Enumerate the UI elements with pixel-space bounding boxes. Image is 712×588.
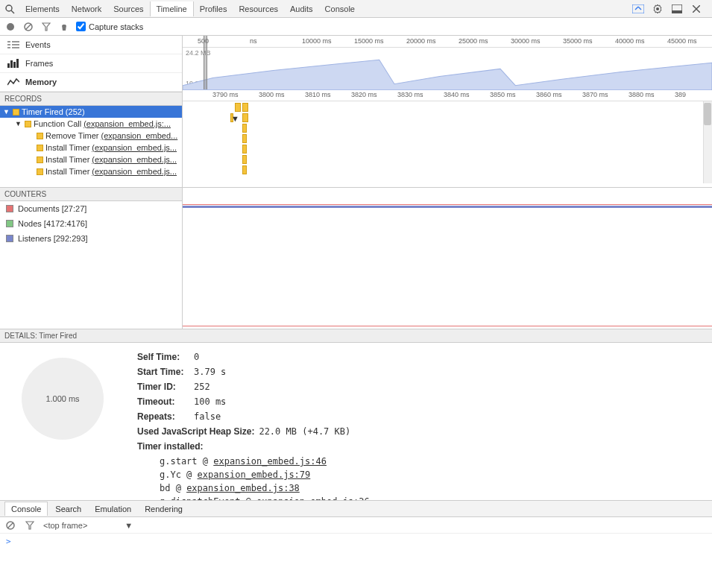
- svg-line-12: [25, 24, 31, 30]
- record-source-link[interactable]: (expansion_embed.js...: [92, 143, 177, 152]
- clear-console-icon[interactable]: [4, 519, 16, 531]
- record-source-link[interactable]: (expansion_embed.js:...: [84, 119, 171, 128]
- record-row[interactable]: Install Timer (expansion_embed.js...: [0, 142, 182, 154]
- record-row[interactable]: Install Timer (expansion_embed.js...: [0, 165, 182, 177]
- devtools-toolbar: ElementsNetworkSourcesTimelineProfilesRe…: [0, 0, 712, 18]
- detail-property: Used JavaScript Heap Size:22.0 MB (+4.7 …: [137, 425, 702, 438]
- stack-source-link[interactable]: expansion_embed.js:46: [213, 456, 327, 467]
- memory-overview-chart[interactable]: 24.2 MB 19.0 MB: [183, 48, 712, 89]
- panel-tabs: ElementsNetworkSourcesTimelineProfilesRe…: [19, 1, 631, 16]
- overview-tick: 30000 ms: [511, 37, 541, 45]
- record-row[interactable]: ▼Function Call (expansion_embed.js:...: [0, 118, 182, 130]
- console-filter-icon[interactable]: [24, 519, 36, 531]
- counter-item[interactable]: Nodes [4172:4176]: [0, 216, 182, 231]
- flame-bar[interactable]: [242, 113, 248, 122]
- flame-tick: 3800 ms: [259, 91, 285, 98]
- settings-icon[interactable]: [651, 2, 664, 16]
- counters-chart[interactable]: [183, 188, 712, 329]
- panel-tab-audits[interactable]: Audits: [284, 1, 319, 16]
- view-mode-events[interactable]: Events: [0, 36, 182, 54]
- gc-icon[interactable]: [58, 21, 70, 33]
- record-source-link[interactable]: (expansion_embed.js...: [92, 167, 177, 176]
- record-row[interactable]: Remove Timer (expansion_embed...: [0, 130, 182, 142]
- stack-frame: g.Yc @ expansion_embed.js:79: [137, 468, 702, 481]
- view-mode-frames[interactable]: Frames: [0, 54, 182, 73]
- panel-tab-elements[interactable]: Elements: [19, 1, 66, 16]
- search-icon[interactable]: [3, 2, 16, 16]
- record-icon[interactable]: [4, 21, 16, 33]
- flame-tick: 3830 ms: [397, 91, 423, 98]
- detail-property: Self Time:0: [137, 350, 702, 364]
- flame-tick: 3840 ms: [444, 91, 470, 98]
- panel-tab-timeline[interactable]: Timeline: [150, 1, 194, 16]
- record-row[interactable]: Install Timer (expansion_embed.js...: [0, 154, 182, 165]
- clear-icon[interactable]: [22, 21, 34, 33]
- counters-header: COUNTERS: [0, 188, 182, 201]
- records-tree: ▼Timer Fired (252)▼Function Call (expans…: [0, 106, 182, 187]
- flame-time-ruler[interactable]: 3790 ms3800 ms3810 ms3820 ms3830 ms3840 …: [183, 89, 712, 101]
- records-header: RECORDS: [0, 92, 182, 106]
- flame-tick: 3820 ms: [351, 91, 377, 98]
- stack-source-link[interactable]: expansion_embed.js:36: [256, 496, 370, 500]
- panel-tab-sources[interactable]: Sources: [107, 1, 149, 16]
- flame-bar[interactable]: [242, 145, 247, 154]
- view-mode-memory[interactable]: Memory: [0, 73, 182, 92]
- panel-tab-console[interactable]: Console: [319, 1, 361, 16]
- counter-item[interactable]: Listeners [292:293]: [0, 231, 182, 246]
- flame-tick: 3850 ms: [490, 91, 516, 98]
- flame-tick: 3860 ms: [536, 91, 562, 98]
- flame-scrollbar[interactable]: [703, 101, 712, 183]
- details-header: DETAILS: Timer Fired: [0, 329, 712, 343]
- filter-icon[interactable]: [40, 21, 52, 33]
- console-prompt[interactable]: >: [0, 534, 712, 549]
- flame-bar[interactable]: [242, 124, 247, 133]
- drawer-tab-console[interactable]: Console: [4, 502, 48, 516]
- counter-swatch: [6, 205, 13, 212]
- capture-stacks-checkbox[interactable]: Capture stacks: [76, 22, 143, 31]
- record-source-link[interactable]: (expansion_embed...: [101, 131, 178, 140]
- counter-item[interactable]: Documents [27:27]: [0, 201, 182, 216]
- record-swatch: [13, 109, 19, 116]
- drawer-tabs: ConsoleSearchEmulationRendering: [0, 501, 712, 517]
- capture-stacks-input[interactable]: [76, 22, 86, 31]
- flame-tick: 3790 ms: [212, 91, 239, 98]
- dock-icon[interactable]: [670, 2, 684, 16]
- flame-bar[interactable]: [242, 134, 247, 143]
- counter-line-documents-2: [183, 326, 712, 326]
- close-icon[interactable]: [690, 2, 703, 16]
- panel-tab-network[interactable]: Network: [66, 1, 107, 16]
- flame-chart[interactable]: ▼: [183, 101, 712, 183]
- overview-selection[interactable]: [204, 36, 207, 89]
- record-row[interactable]: ▼Timer Fired (252): [0, 106, 182, 118]
- flame-bar[interactable]: [235, 103, 241, 112]
- record-source-link[interactable]: (expansion_embed.js...: [92, 155, 177, 164]
- svg-line-1: [11, 10, 14, 13]
- stack-frame: g.start @ expansion_embed.js:46: [137, 455, 702, 468]
- flame-bar[interactable]: [242, 155, 247, 164]
- svg-point-0: [6, 5, 12, 11]
- frames-icon: [7, 59, 19, 68]
- panel-tab-resources[interactable]: Resources: [233, 1, 284, 16]
- stack-header: Timer installed:: [137, 440, 203, 453]
- drawer-tab-emulation[interactable]: Emulation: [89, 502, 137, 516]
- detail-property: Timer ID:252: [137, 380, 702, 393]
- svg-point-10: [7, 23, 14, 31]
- frame-selector[interactable]: <top frame> ▼: [43, 521, 133, 530]
- flame-bar[interactable]: [242, 103, 248, 112]
- drawer-tab-search[interactable]: Search: [49, 502, 87, 516]
- overview-time-ruler[interactable]: 500ns10000 ms15000 ms20000 ms25000 ms300…: [183, 36, 712, 48]
- flame-tick: 3880 ms: [628, 91, 655, 98]
- flame-bar[interactable]: [242, 165, 247, 174]
- drawer-tab-rendering[interactable]: Rendering: [139, 502, 189, 516]
- flame-disclosure[interactable]: ▼: [230, 113, 233, 122]
- stack-source-link[interactable]: expansion_embed.js:38: [186, 483, 300, 493]
- details-properties: Self Time:0Start Time:3.79 sTimer ID:252…: [137, 350, 702, 493]
- disclosure-icon[interactable]: ▼: [3, 108, 10, 116]
- panel-tab-profiles[interactable]: Profiles: [194, 1, 233, 16]
- disclosure-icon[interactable]: ▼: [15, 120, 22, 127]
- flame-scrollbar-thumb[interactable]: [704, 103, 711, 125]
- stack-source-link[interactable]: expansion_embed.js:79: [198, 470, 311, 480]
- overview-panel: 500ns10000 ms15000 ms20000 ms25000 ms300…: [183, 36, 712, 187]
- timeline-sidebar: EventsFramesMemory RECORDS ▼Timer Fired …: [0, 36, 183, 187]
- toggle-drawer-icon[interactable]: [631, 2, 645, 16]
